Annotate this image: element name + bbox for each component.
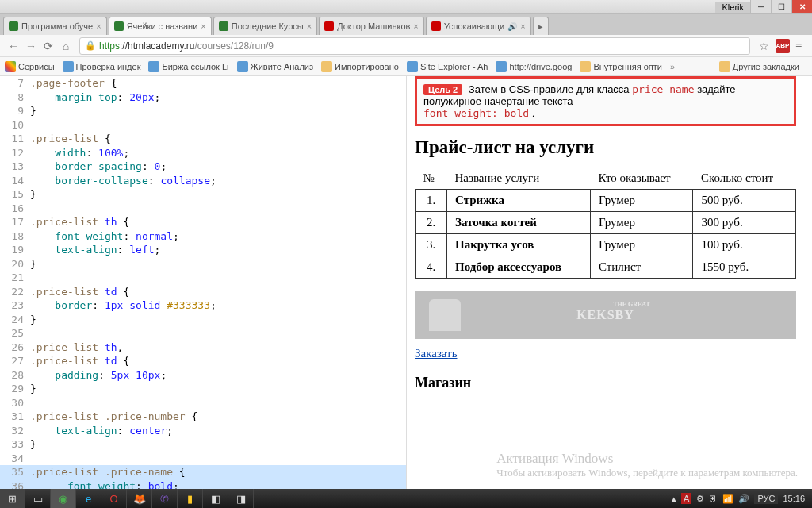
code-line[interactable]: 7.page-footer {	[0, 76, 406, 90]
code-line[interactable]: 14 border-collapse: collapse;	[0, 174, 406, 188]
code-line[interactable]: 20}	[0, 257, 406, 271]
taskbar-chrome[interactable]: ◉	[51, 489, 76, 508]
window-maximize-button[interactable]: ☐	[771, 0, 791, 13]
line-number: 20	[0, 257, 30, 271]
code-line[interactable]: 34	[0, 452, 406, 466]
code-line[interactable]: 21	[0, 271, 406, 285]
code-line[interactable]: 32 text-align: center;	[0, 424, 406, 438]
code-line[interactable]: 22.price-list td {	[0, 285, 406, 299]
tray-network-icon[interactable]: 📶	[722, 494, 733, 504]
code-line[interactable]: 26.price-list th,	[0, 341, 406, 355]
order-link[interactable]: Заказать	[415, 347, 457, 360]
browser-tab[interactable]: Программа обуче×	[3, 17, 107, 35]
favicon	[431, 21, 441, 31]
menu-button[interactable]: ≡	[790, 37, 807, 55]
start-button[interactable]: ⊞	[0, 489, 25, 508]
code-line[interactable]: 11.price-list {	[0, 132, 406, 146]
window-close-button[interactable]: ✕	[791, 0, 812, 13]
code-line[interactable]: 24}	[0, 313, 406, 327]
browser-tab[interactable]: Ячейки с названи×	[109, 17, 212, 35]
forward-button[interactable]: →	[22, 37, 40, 55]
code-line[interactable]: 33}	[0, 437, 406, 452]
tray-clock[interactable]: 15:16	[783, 494, 805, 503]
tray-icon-2[interactable]: ⛨	[709, 494, 718, 503]
code-line[interactable]: 30	[0, 396, 406, 410]
favicon	[9, 21, 18, 31]
tray-volume-icon[interactable]: 🔊	[738, 494, 749, 504]
table-cell: Грумер	[590, 190, 692, 212]
table-row: 3.Накрутка усовГрумер100 руб.	[416, 234, 796, 256]
speaker-icon: 🔊	[508, 22, 517, 31]
taskbar-app2[interactable]: ◨	[228, 489, 254, 508]
tab-close-icon[interactable]: ×	[96, 21, 101, 31]
table-header: Кто оказывает	[590, 167, 692, 190]
code-line[interactable]: 8 margin-top: 20px;	[0, 90, 406, 105]
line-number: 25	[0, 326, 30, 341]
favicon	[219, 21, 228, 31]
window-minimize-button[interactable]: ─	[750, 0, 771, 13]
bookmark-item[interactable]: Сервисы	[5, 61, 55, 72]
banner-text: KEKSBY	[576, 308, 634, 322]
tray-language[interactable]: РУС	[754, 493, 778, 504]
bookmark-item[interactable]: Внутренняя опти	[580, 61, 662, 72]
code-line[interactable]: 12 width: 100%;	[0, 146, 406, 160]
browser-tab[interactable]: Доктор Машинков×	[319, 17, 424, 35]
tray-icon-1[interactable]: ⚙	[696, 494, 704, 504]
tab-label: Ячейки с названи	[127, 21, 198, 31]
taskbar-viber[interactable]: ✆	[152, 489, 178, 508]
home-button[interactable]: ⌂	[57, 37, 75, 55]
adblock-icon[interactable]: ABP	[776, 39, 790, 53]
code-line[interactable]: 25	[0, 326, 406, 341]
code-line[interactable]: 9}	[0, 104, 406, 118]
system-tray[interactable]: ▴ A ⚙ ⛨ 📶 🔊 РУС 15:16	[669, 493, 812, 504]
tray-up-icon[interactable]: ▴	[672, 494, 676, 504]
code-editor[interactable]: 7.page-footer {8 margin-top: 20px;9}1011…	[0, 76, 406, 489]
tab-close-icon[interactable]: ×	[520, 21, 525, 31]
line-number: 11	[0, 132, 30, 146]
code-line[interactable]: 17.price-list th {	[0, 215, 406, 229]
new-tab-button[interactable]: ▸	[533, 17, 549, 35]
bookmarks-overflow[interactable]: »	[670, 62, 675, 71]
back-button[interactable]: ←	[5, 37, 22, 55]
bookmark-item[interactable]: Импортировано	[321, 61, 399, 72]
bookmark-item[interactable]: Живите Анализ	[237, 61, 314, 72]
code-line[interactable]: 16	[0, 202, 406, 216]
bookmark-icon	[148, 61, 159, 72]
code-line[interactable]: 28 padding: 5px 10px;	[0, 368, 406, 383]
taskview-button[interactable]: ▭	[25, 489, 51, 508]
code-line[interactable]: 36 font-weight: bold;	[0, 479, 406, 490]
taskbar-ie[interactable]: e	[76, 489, 102, 508]
code-line[interactable]: 27.price-list td {	[0, 354, 406, 368]
code-line[interactable]: 18 font-weight: normal;	[0, 229, 406, 244]
tab-close-icon[interactable]: ×	[201, 21, 205, 31]
taskbar-app1[interactable]: ◧	[203, 489, 228, 508]
bookmark-item[interactable]: http://drive.goog	[496, 61, 572, 72]
bookmark-item[interactable]: Биржа ссылок Li	[148, 61, 228, 72]
browser-tab[interactable]: Успокаивающи🔊×	[426, 17, 531, 35]
tab-close-icon[interactable]: ×	[413, 21, 418, 31]
taskbar-firefox[interactable]: 🦊	[127, 489, 152, 508]
code-line[interactable]: 19 text-align: left;	[0, 243, 406, 257]
code-line[interactable]: 23 border: 1px solid #333333;	[0, 298, 406, 313]
code-line[interactable]: 35.price-list .price-name {	[0, 465, 406, 479]
reload-button[interactable]: ⟳	[40, 37, 57, 55]
bookmark-icon	[5, 61, 16, 72]
goal-text-1: Затем в CSS-правиле для класса	[469, 83, 630, 95]
table-header: Сколько стоит	[693, 167, 796, 190]
bookmark-item[interactable]: Проверка индек	[63, 61, 141, 72]
bookmark-icon	[237, 61, 248, 72]
tab-close-icon[interactable]: ×	[307, 21, 312, 31]
code-line[interactable]: 15}	[0, 187, 406, 202]
bookmark-star-icon[interactable]: ☆	[755, 37, 772, 55]
code-line[interactable]: 10	[0, 118, 406, 133]
code-line[interactable]: 29}	[0, 382, 406, 396]
bookmark-item[interactable]: Site Explorer - Ah	[407, 61, 488, 72]
taskbar-opera[interactable]: O	[102, 489, 127, 508]
tray-adobe-icon[interactable]: A	[681, 493, 691, 504]
url-input[interactable]: 🔒 https://htmlacademy.ru/courses/128/run…	[79, 37, 750, 55]
taskbar-explorer[interactable]: ▮	[178, 489, 203, 508]
code-line[interactable]: 31.price-list .price-number {	[0, 410, 406, 424]
browser-tab[interactable]: Последние Курсы×	[213, 17, 317, 35]
code-line[interactable]: 13 border-spacing: 0;	[0, 160, 406, 174]
other-bookmarks[interactable]: Другие закладки	[719, 61, 799, 72]
